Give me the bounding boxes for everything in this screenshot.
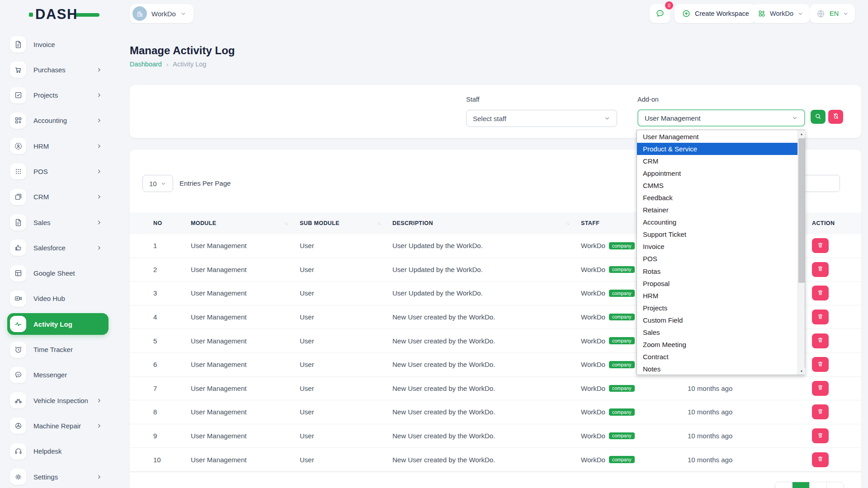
next-page[interactable]: › [826,482,844,488]
table-header-cell-module[interactable]: MODULE ↑↓ [191,220,300,226]
sidebar-item-hrm[interactable]: HRM [7,135,108,157]
column-label: MODULE [191,220,217,226]
delete-button[interactable] [812,333,829,348]
cell-module: User Management [191,408,300,416]
breadcrumb: Dashboard › Activity Log [130,61,206,68]
delete-button[interactable] [812,310,829,324]
cell-description: New User created by the WorkDo. [392,432,581,440]
cell-description: New User created by the WorkDo. [392,361,581,368]
sort-icon[interactable]: ↑↓ [566,221,569,226]
sidebar-item-pos[interactable]: POS [7,160,108,182]
scroll-down-icon[interactable]: ▼ [798,367,805,375]
purchases-icon [10,61,26,78]
breadcrumb-dashboard-link[interactable]: Dashboard [130,61,162,68]
dropdown-option-custom-field[interactable]: Custom Field [637,314,797,326]
table-header-cell-action[interactable]: ACTION [812,220,861,226]
sidebar-item-crm[interactable]: CRM [7,186,108,208]
sidebar-item-video-hub[interactable]: Video Hub [7,288,108,310]
cell-sub-module: User [300,266,392,273]
dropdown-scrollbar[interactable]: ▲ ▼ [797,130,805,375]
sidebar-item-time-tracker[interactable]: Time Tracker [7,339,108,361]
dropdown-option-rotas[interactable]: Rotas [637,265,797,277]
sidebar-item-projects[interactable]: Projects [7,84,108,106]
sidebar-item-google-sheet[interactable]: Google Sheet [7,263,108,284]
create-workspace-button[interactable]: Create Workspace [675,4,756,23]
dropdown-option-feedback[interactable]: Feedback [637,192,797,204]
dropdown-option-product-service[interactable]: Product & Service [637,143,797,155]
dropdown-option-retainer[interactable]: Retainer [637,204,797,216]
page-2[interactable]: 2 [809,482,826,488]
table-header-cell-no[interactable]: NO [153,220,191,226]
sort-icon[interactable]: ↑↓ [377,221,381,226]
dropdown-option-contract[interactable]: Contract [637,351,797,363]
prev-page[interactable]: ‹ [775,482,792,488]
delete-button[interactable] [812,404,829,419]
sidebar-item-helpdesk[interactable]: Helpdesk [7,441,108,462]
staff-select[interactable]: Select staff [466,110,617,127]
cell-staff: WorkDo company [581,385,688,392]
sidebar-item-label: Vehicle Inspection [33,397,88,404]
workspace-selector[interactable]: WorkDo [130,4,193,23]
dropdown-option-support-ticket[interactable]: Support Ticket [637,228,797,240]
delete-button[interactable] [812,286,829,300]
cell-description: New User created by the WorkDo. [392,408,581,416]
dropdown-option-sales[interactable]: Sales [637,326,797,338]
reset-filter-button[interactable] [828,110,843,124]
delete-button[interactable] [812,381,829,396]
sidebar-item-invoice[interactable]: Invoice [7,33,108,55]
dropdown-option-notes[interactable]: Notes [637,363,797,375]
dropdown-option-cmms[interactable]: CMMS [637,179,797,192]
dropdown-option-accounting[interactable]: Accounting [637,216,797,228]
scrollbar-thumb[interactable] [798,138,805,283]
workdo-menu-button[interactable]: WorkDo [751,4,810,23]
addon-select[interactable]: User Management [637,109,805,127]
table-header-cell-sub-module[interactable]: SUB MODULE ↑↓ [300,220,392,226]
entries-per-page-select[interactable]: 10 [142,175,173,192]
dropdown-option-zoom-meeting[interactable]: Zoom Meeting [637,338,797,351]
dropdown-option-label: Contract [643,353,669,361]
dropdown-option-appointment[interactable]: Appointment [637,167,797,179]
messages-button[interactable]: 0 [650,4,670,23]
company-badge: company [609,385,635,392]
dropdown-option-user-management[interactable]: User Management [637,131,797,143]
dropdown-option-invoice[interactable]: Invoice [637,240,797,253]
sidebar-item-purchases[interactable]: Purchases [7,59,108,80]
cell-sub-module: User [300,385,392,392]
sidebar-item-accounting[interactable]: Accounting [7,110,108,131]
dropdown-option-projects[interactable]: Projects [637,302,797,314]
scroll-up-icon[interactable]: ▲ [798,130,805,137]
language-selector[interactable]: EN [810,4,855,23]
dropdown-option-pos[interactable]: POS [637,253,797,265]
sidebar-item-machine-repair[interactable]: Machine Repair [7,415,108,436]
sort-icon[interactable]: ↑↓ [284,221,288,226]
sidebar-item-settings[interactable]: Settings [7,466,108,488]
delete-button[interactable] [812,452,829,467]
column-label: STAFF [581,220,599,226]
sidebar-item-vehicle-inspection[interactable]: Vehicle Inspection [7,389,108,411]
sidebar-item-label: Purchases [33,66,66,74]
dropdown-option-hrm[interactable]: HRM [637,290,797,302]
cell-module: User Management [191,361,300,368]
delete-button[interactable] [812,428,829,443]
sidebar-item-activity-log[interactable]: Activity Log [7,313,108,335]
delete-button[interactable] [812,238,829,253]
sidebar-item-label: Invoice [33,41,55,48]
sidebar-item-label: Projects [33,91,58,99]
sidebar-item-salesforce[interactable]: Salesforce [7,237,108,258]
search-button[interactable] [811,110,826,124]
page-1[interactable]: 1 [792,482,809,488]
table-footer-divider [130,472,861,472]
sidebar-item-messenger[interactable]: Messenger [7,364,108,386]
create-workspace-label: Create Workspace [695,10,749,17]
dropdown-option-proposal[interactable]: Proposal [637,277,797,290]
cell-action [812,404,861,419]
staff-name: WorkDo [581,361,605,368]
dropdown-option-label: POS [643,255,657,263]
table-header-cell-description[interactable]: DESCRIPTION ↑↓ [392,220,581,226]
sidebar-item-sales[interactable]: Sales [7,211,108,233]
delete-button[interactable] [812,262,829,277]
staff-name: WorkDo [581,289,605,297]
delete-button[interactable] [812,357,829,372]
sidebar-item-label: Activity Log [33,320,72,328]
dropdown-option-crm[interactable]: CRM [637,155,797,167]
